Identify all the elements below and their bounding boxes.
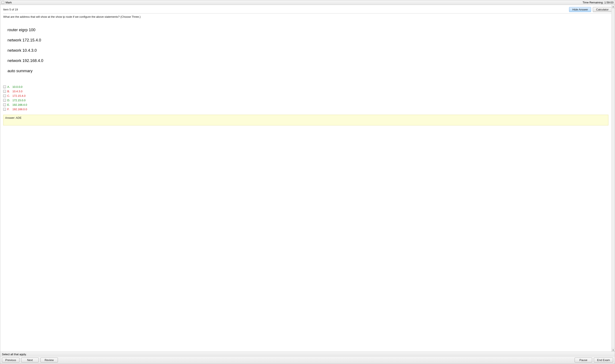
option-e-letter: E. — [7, 103, 11, 106]
option-f[interactable]: F. 192.168.0.0 — [3, 107, 608, 111]
scroll-up-icon[interactable]: ▲ — [612, 5, 615, 8]
bottom-right: Pause End Exam — [575, 358, 613, 363]
bottom-bar: Previous Next Review Pause End Exam — [0, 357, 615, 364]
header-buttons: Hide Answer Calculator — [569, 7, 612, 12]
config-line: network 172.15.4.0 — [7, 38, 608, 43]
config-block: router eigrp 100 network 172.15.4.0 netw… — [7, 22, 608, 79]
calculator-button[interactable]: Calculator — [593, 7, 612, 12]
previous-button[interactable]: Previous — [2, 358, 19, 363]
option-b[interactable]: B. 10.4.3.0 — [3, 89, 608, 93]
config-line: network 10.4.3.0 — [7, 48, 608, 53]
option-d-letter: D. — [7, 99, 11, 102]
option-a-text: 10.0.0.0 — [13, 85, 22, 89]
config-line: auto summary — [7, 68, 608, 74]
time-remaining-value: 1:59:03 — [604, 1, 614, 4]
item-header: Item 5 of 19 Hide Answer Calculator — [0, 5, 615, 13]
question-area: What are the address that will show at t… — [0, 13, 615, 351]
option-f-letter: F. — [7, 108, 11, 111]
answer-box: Answer: ADE — [3, 115, 608, 125]
review-button[interactable]: Review — [40, 358, 58, 363]
instruction-text: Select all that apply. — [2, 353, 26, 356]
time-remaining-label: Time Remaining: — [583, 1, 603, 4]
option-d[interactable]: D. 172.15.0.0 — [3, 98, 608, 102]
option-f-text: 192.168.0.0 — [13, 108, 27, 111]
answer-text: Answer: ADE — [5, 116, 22, 119]
end-exam-button[interactable]: End Exam — [594, 358, 613, 363]
scrollbar[interactable]: ▲ ▼ — [611, 5, 615, 351]
time-remaining: Time Remaining: 1:59:03 — [583, 1, 614, 4]
mark-checkbox[interactable] — [1, 1, 4, 4]
options-list: A. 10.0.0.0 B. 10.4.3.0 C. 172.15.4.0 D.… — [3, 85, 608, 111]
option-e-text: 192.168.4.0 — [13, 103, 27, 106]
next-button[interactable]: Next — [21, 358, 39, 363]
config-line: network 192.168.4.0 — [7, 58, 608, 63]
item-counter: Item 5 of 19 — [3, 8, 18, 11]
option-a-letter: A. — [7, 85, 11, 89]
instruction-bar: Select all that apply. — [0, 351, 615, 357]
bottom-left: Previous Next Review — [2, 358, 58, 363]
config-line: router eigrp 100 — [7, 27, 608, 32]
content-area: Item 5 of 19 Hide Answer Calculator What… — [0, 5, 615, 351]
option-b-checkbox[interactable] — [3, 90, 6, 93]
top-bar-left: Mark — [1, 1, 12, 4]
scroll-down-icon[interactable]: ▼ — [612, 348, 615, 351]
option-e[interactable]: E. 192.168.4.0 — [3, 103, 608, 107]
option-c-text: 172.15.4.0 — [13, 94, 26, 97]
option-c-letter: C. — [7, 94, 11, 97]
option-c[interactable]: C. 172.15.4.0 — [3, 94, 608, 98]
mark-label: Mark — [6, 1, 12, 4]
option-f-checkbox[interactable] — [3, 108, 6, 111]
option-d-checkbox[interactable] — [3, 99, 6, 102]
option-e-checkbox[interactable] — [3, 104, 6, 106]
pause-button[interactable]: Pause — [575, 358, 592, 363]
option-c-checkbox[interactable] — [3, 94, 6, 97]
option-b-letter: B. — [7, 90, 11, 93]
option-d-text: 172.15.0.0 — [13, 99, 26, 102]
hide-answer-button[interactable]: Hide Answer — [569, 7, 591, 12]
option-a[interactable]: A. 10.0.0.0 — [3, 85, 608, 89]
top-bar: Mark Time Remaining: 1:59:03 — [0, 0, 615, 5]
option-b-text: 10.4.3.0 — [13, 90, 22, 93]
option-a-checkbox[interactable] — [3, 85, 6, 88]
question-text: What are the address that will show at t… — [3, 15, 608, 18]
